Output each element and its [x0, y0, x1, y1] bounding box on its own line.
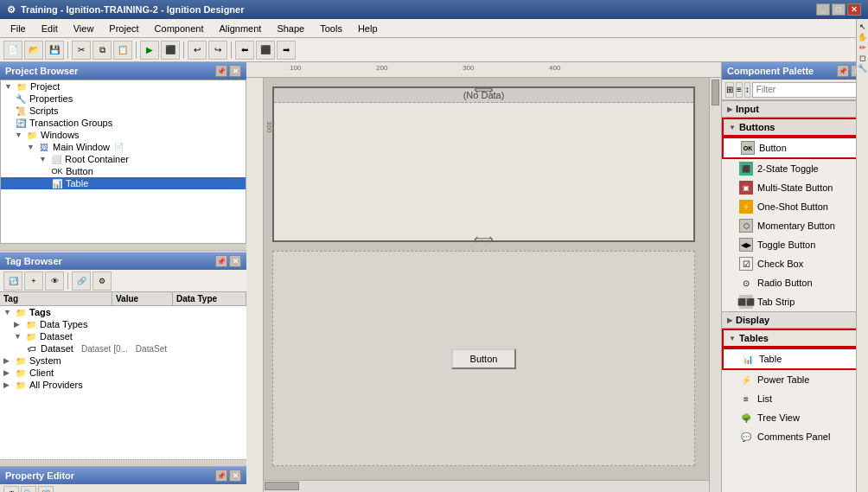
tree-scripts[interactable]: 📜 Scripts: [1, 105, 246, 117]
tag-view-btn[interactable]: 👁: [45, 272, 64, 291]
minimize-button[interactable]: _: [816, 3, 830, 16]
copy-btn[interactable]: ⧉: [93, 41, 112, 60]
tag-dataset-item[interactable]: 🏷 Dataset Dataset [0... DataSet: [0, 342, 246, 355]
dataset-tag-icon: 🏷: [26, 344, 38, 354]
tree-project[interactable]: ▼ 📁 Project: [1, 80, 246, 93]
tag-all-providers[interactable]: ▶ 📁 All Providers: [0, 379, 246, 391]
palette-item-toggle[interactable]: ◀▶ Toggle Button: [722, 235, 868, 254]
scrollbar-horizontal[interactable]: [264, 480, 709, 492]
pb-close-btn[interactable]: ✕: [229, 65, 241, 77]
tree-main-window[interactable]: ▼ 🖼 Main Window 📄: [1, 141, 246, 153]
palette-item-momentary[interactable]: ⬡ Momentary Button: [722, 216, 868, 235]
tag-root-tags[interactable]: ▼ 📁 Tags: [0, 306, 246, 318]
radio-icon: ⊙: [739, 276, 753, 290]
scrollbar-v-thumb[interactable]: [712, 80, 719, 105]
tree-windows[interactable]: ▼ 📁 Windows: [1, 129, 246, 141]
tag-browser-header: Tag Browser 📌 ✕: [0, 252, 246, 270]
palette-power-table-label: Power Table: [757, 374, 809, 385]
ruler-mark-400: 400: [549, 64, 560, 72]
section-tables: Tables 📊 Table ⚡ Power Table ≡ List 🌳 Tr…: [722, 329, 868, 446]
menu-item-file[interactable]: File: [3, 22, 33, 35]
align-left-btn[interactable]: ⬅: [235, 41, 254, 60]
menu-item-view[interactable]: View: [67, 22, 101, 35]
menu-item-edit[interactable]: Edit: [35, 22, 65, 35]
pe-btn2[interactable]: 🔍: [21, 486, 36, 492]
paste-btn[interactable]: 📋: [113, 41, 132, 60]
tag-add-btn[interactable]: +: [24, 272, 43, 291]
section-display-header[interactable]: Display: [722, 311, 868, 329]
tag-refresh-btn[interactable]: 🔃: [3, 272, 22, 291]
palette-item-radio[interactable]: ⊙ Radio Button: [722, 273, 868, 292]
pe-pin-btn[interactable]: 📌: [215, 470, 227, 482]
section-input-header[interactable]: Input: [722, 100, 868, 118]
palette-list-btn[interactable]: ≡: [736, 82, 743, 98]
main-layout: Project Browser 📌 ✕ ▼ 📁 Project 🔧 Proper…: [0, 62, 868, 492]
menu-item-component[interactable]: Component: [148, 22, 211, 35]
canvas-demo-button[interactable]: Button: [451, 348, 517, 369]
tag-dataset-folder[interactable]: ▼ 📁 Dataset: [0, 330, 246, 342]
cut-btn[interactable]: ✂: [72, 41, 91, 60]
run-btn[interactable]: ▶: [140, 41, 159, 60]
palette-grid-btn[interactable]: ⊞: [725, 82, 734, 98]
tag-connect-btn[interactable]: 🔗: [72, 272, 91, 291]
tb-close-btn[interactable]: ✕: [229, 255, 241, 267]
palette-pin-btn[interactable]: 📌: [837, 65, 849, 77]
open-btn[interactable]: 📂: [24, 41, 43, 60]
tb-pin-btn[interactable]: 📌: [215, 255, 227, 267]
pe-close-btn[interactable]: ✕: [229, 470, 241, 482]
tag-settings-btn[interactable]: ⚙: [93, 272, 112, 291]
power-table-icon: ⚡: [739, 373, 753, 387]
palette-item-oneshot[interactable]: ⚡ One-Shot Button: [722, 197, 868, 216]
palette-item-multistate[interactable]: ▣ Multi-State Button: [722, 178, 868, 197]
palette-sort-btn[interactable]: ↕: [744, 82, 750, 98]
list-icon: ≡: [739, 392, 753, 406]
palette-item-2state[interactable]: ⬛ 2-State Toggle: [722, 159, 868, 178]
tree-root-container[interactable]: ▼ ⬜ Root Container: [1, 153, 246, 165]
palette-item-tree-view[interactable]: 🌳 Tree View: [722, 408, 868, 427]
pb-pin-btn[interactable]: 📌: [215, 65, 227, 77]
pe-btn1[interactable]: ⚙: [3, 486, 19, 492]
title-bar: ⚙ Training - Ignition-TRAINING-2 - Ignit…: [0, 0, 868, 19]
scrollbar-vertical[interactable]: [709, 78, 721, 492]
tag-data-types[interactable]: ▶ 📁 Data Types: [0, 318, 246, 330]
undo-btn[interactable]: ↩: [188, 41, 207, 60]
menu-item-project[interactable]: Project: [102, 22, 145, 35]
section-buttons-header[interactable]: Buttons: [722, 118, 868, 137]
resize-bottom-handle[interactable]: ⟺: [474, 231, 494, 247]
palette-filter-input[interactable]: [752, 82, 868, 98]
tag-client[interactable]: ▶ 📁 Client: [0, 367, 246, 379]
scrollbar-h-thumb[interactable]: [265, 482, 299, 490]
resize-top-handle[interactable]: ⟺: [474, 81, 494, 98]
close-button[interactable]: ✕: [847, 3, 861, 16]
palette-item-comments[interactable]: 💬 Comments Panel: [722, 427, 868, 446]
table-tree-icon: 📊: [51, 179, 63, 188]
canvas-content: ⟺ (No Data) ⟺ Button 300: [264, 78, 704, 475]
align-right-btn[interactable]: ➡: [277, 41, 296, 60]
palette-multistate-label: Multi-State Button: [757, 182, 833, 193]
menu-item-shape[interactable]: Shape: [270, 22, 311, 35]
tree-button[interactable]: OK Button: [1, 165, 246, 177]
palette-item-list[interactable]: ≡ List: [722, 389, 868, 408]
maximize-button[interactable]: □: [832, 3, 846, 16]
save-btn[interactable]: 💾: [45, 41, 64, 60]
pe-btn3[interactable]: 📋: [38, 486, 54, 492]
tag-system[interactable]: ▶ 📁 System: [0, 355, 246, 367]
palette-item-tabstrip[interactable]: ⬛⬛ Tab Strip: [722, 292, 868, 311]
tree-transaction-groups[interactable]: 🔄 Transaction Groups: [1, 117, 246, 129]
menu-item-alignment[interactable]: Alignment: [212, 22, 268, 35]
tree-table[interactable]: 📊 Table: [1, 177, 246, 189]
palette-item-checkbox[interactable]: ☑ Check Box: [722, 254, 868, 273]
palette-item-button[interactable]: OK Button: [722, 137, 868, 159]
palette-item-table[interactable]: 📊 Table: [722, 348, 868, 370]
menu-item-help[interactable]: Help: [351, 22, 385, 35]
expand-tags: ▼: [3, 308, 12, 316]
tool-wrench[interactable]: 🔧: [858, 64, 867, 73]
menu-item-tools[interactable]: Tools: [313, 22, 349, 35]
section-tables-header[interactable]: Tables: [722, 329, 868, 348]
stop-btn[interactable]: ⬛: [161, 41, 180, 60]
align-center-btn[interactable]: ⬛: [256, 41, 275, 60]
tree-properties[interactable]: 🔧 Properties: [1, 93, 246, 105]
redo-btn[interactable]: ↪: [208, 41, 227, 60]
palette-item-power-table[interactable]: ⚡ Power Table: [722, 370, 868, 389]
new-btn[interactable]: 📄: [3, 41, 22, 60]
